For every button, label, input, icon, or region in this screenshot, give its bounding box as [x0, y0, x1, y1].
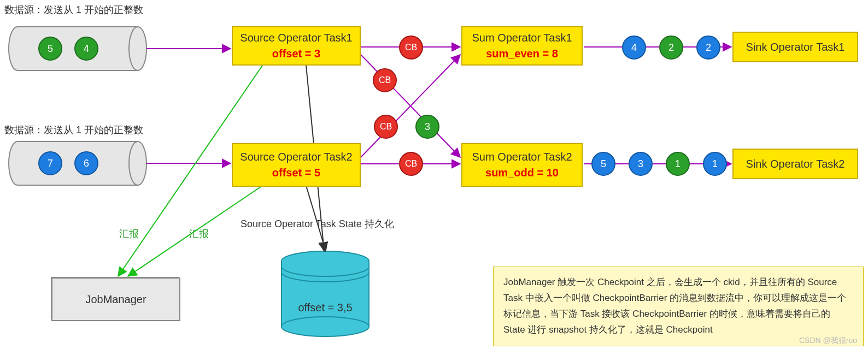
datasource-1-label: 数据源：发送从 1 开始的正整数 — [4, 3, 143, 16]
source-op-task2-state: offset = 5 — [272, 167, 320, 179]
source-op-task2: Source Operator Task2 offset = 5 — [232, 143, 361, 187]
sink-op-task1-title: Sink Operator Task1 — [746, 41, 845, 54]
sum-op-task1-title: Sum Operator Task1 — [472, 32, 572, 44]
sum-op-task2-state: sum_odd = 10 — [485, 167, 559, 179]
svg-point-12 — [281, 317, 369, 336]
cb-dot-4: CB — [399, 152, 423, 176]
ds2-item-7: 7 — [38, 151, 62, 175]
sum-op-task1: Sum Operator Task1 sum_even = 8 — [461, 26, 583, 66]
report-label-1: 汇报 — [119, 227, 139, 240]
stream2-dot-1b: 1 — [703, 152, 727, 176]
inflight-green-3: 3 — [415, 115, 439, 139]
diagram-canvas: 数据源：发送从 1 开始的正整数 数据源：发送从 1 开始的正整数 5 4 7 … — [0, 0, 868, 349]
svg-point-2 — [129, 27, 146, 70]
stream1-dot-2b: 2 — [696, 36, 720, 60]
sum-op-task2: Sum Operator Task2 sum_odd = 10 — [461, 143, 583, 187]
note-text: JobManager 触发一次 Checkpoint 之后，会生成一个 ckid… — [503, 277, 846, 335]
source-op-task1: Source Operator Task1 offset = 3 — [232, 26, 361, 66]
note-box: JobManager 触发一次 Checkpoint 之后，会生成一个 ckid… — [493, 267, 864, 346]
svg-point-7 — [129, 141, 146, 185]
sink-op-task1: Sink Operator Task1 — [732, 32, 858, 62]
cb-dot-3: CB — [374, 115, 398, 139]
cb-dot-2: CB — [373, 68, 397, 92]
report-label-2: 汇报 — [189, 227, 209, 240]
source-op-task1-title: Source Operator Task1 — [240, 32, 352, 44]
sink-op-task2: Sink Operator Task2 — [732, 149, 858, 179]
watermark: CSDN @我很ruo — [799, 336, 857, 346]
ds1-item-5: 5 — [38, 37, 62, 61]
stream2-dot-1a: 1 — [666, 152, 690, 176]
state-persist-label: Source Operator Task State 持久化 — [241, 217, 394, 230]
jobmanager-label: JobManager — [85, 293, 146, 306]
stream2-dot-5: 5 — [591, 152, 615, 176]
stream2-dot-3: 3 — [629, 152, 653, 176]
stream1-dot-4: 4 — [622, 36, 646, 60]
source-op-task2-title: Source Operator Task2 — [240, 151, 352, 163]
datasource-2-label: 数据源：发送从 1 开始的正整数 — [4, 123, 143, 137]
ds1-item-4: 4 — [74, 37, 98, 61]
source-op-task1-state: offset = 3 — [272, 48, 320, 60]
stream1-dot-2a: 2 — [659, 36, 683, 60]
state-store-cylinder — [281, 251, 369, 336]
sink-op-task2-title: Sink Operator Task2 — [746, 158, 845, 170]
jobmanager-box: JobManager — [51, 277, 180, 321]
ds2-item-6: 6 — [74, 151, 98, 175]
sum-op-task1-state: sum_even = 8 — [486, 48, 558, 60]
state-store-text: offset = 3,5 — [281, 301, 369, 314]
sum-op-task2-title: Sum Operator Task2 — [472, 151, 572, 163]
cb-dot-1: CB — [399, 36, 423, 60]
